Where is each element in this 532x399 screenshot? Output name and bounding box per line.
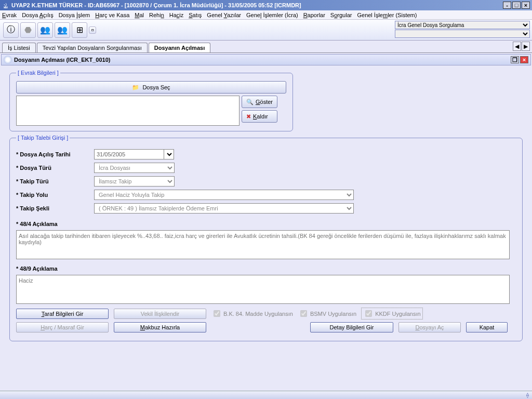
panel-body: [ Evrak Bilgileri ] 📁 Dosya Seç 🔍 Göster…	[2, 66, 530, 390]
takip-legend: [ Takip Talebi Girişi ]	[16, 135, 70, 141]
tab-is-listesi[interactable]: İş Listesi	[2, 43, 36, 52]
menu-rehin[interactable]: Rehin	[149, 12, 164, 18]
maximize-button[interactable]: □	[512, 2, 521, 9]
status-bar: ⟠	[0, 391, 532, 399]
taraf-bilgileri-button[interactable]: Taraf Bilgileri Gir	[16, 309, 109, 319]
dosya-sec-button[interactable]: 📁 Dosya Seç	[16, 81, 286, 94]
title-bar: UYAP2 K.ETHEM TÜRKER - ID:AB65967 - [100…	[0, 0, 532, 10]
toolbar-btn-1[interactable]: ⓘ	[3, 22, 19, 38]
tab-tevzi[interactable]: Tevzi Yapılan Dosyaların Sorgulanması	[37, 43, 148, 52]
menu-sorgular[interactable]: Sorgular	[330, 12, 352, 18]
title-text: UYAP2 K.ETHEM TÜRKER - ID:AB65967 - [100…	[11, 2, 301, 8]
close-button[interactable]: ×	[522, 2, 530, 9]
toolbar-btn-2[interactable]: ⬣	[20, 22, 36, 38]
tab-prev[interactable]: ◀	[513, 42, 521, 51]
toolbar-btn-3[interactable]: 👥	[37, 22, 53, 38]
label-takipturu: * Takip Türü	[16, 178, 94, 184]
dropdown-tarih[interactable]	[164, 149, 174, 159]
textarea-484[interactable]: Asıl alacağa takip tarihinden itibaren i…	[16, 230, 510, 259]
harc-masraf-button[interactable]: Harç / Masraf Gir	[16, 322, 109, 332]
menu-mal[interactable]: Mal	[135, 12, 144, 18]
toolbar-btn-6[interactable]: ▫	[89, 26, 96, 34]
folder-icon: 📁	[132, 84, 139, 91]
dosyayi-ac-button[interactable]: Dosyayı Aç	[398, 322, 461, 332]
menu-haciz[interactable]: Haciz	[169, 12, 184, 18]
java-icon	[2, 2, 9, 9]
makbuz-hazirla-button[interactable]: Makbuz Hazırla	[114, 322, 206, 332]
menu-bar: Evrak Dosya Açılış Dosya İşlem Harç ve K…	[0, 10, 532, 20]
panel-maximize[interactable]: ❐	[511, 56, 519, 63]
check-bsmv[interactable]: BSMV Uygulansın	[298, 309, 356, 318]
vekil-iliskilendir-button[interactable]: Vekil İlişkilendir	[114, 309, 206, 319]
label-dosyaturu: * Dosya Türü	[16, 165, 94, 171]
input-tarih[interactable]	[94, 149, 164, 159]
check-bk84[interactable]: B.K. 84. Madde Uygulansın	[211, 309, 293, 318]
select-dosyaturu[interactable]: İcra Dosyası	[94, 163, 175, 173]
label-484: * 48/4 Açıklama	[16, 221, 94, 227]
select-takipsekli[interactable]: ( ÖRNEK : 49 ) İlamsız Takiplerde Ödeme …	[94, 203, 354, 214]
top-search-combo-1[interactable]: İcra Genel Dosya Sorgulama	[395, 21, 530, 29]
panel-close[interactable]: ×	[520, 56, 528, 63]
evrak-bilgileri-group: [ Evrak Bilgileri ] 📁 Dosya Seç 🔍 Göster…	[9, 70, 293, 131]
detay-bilgileri-button[interactable]: Detay Bilgileri Gir	[310, 322, 393, 332]
check-kkdf[interactable]: KKDF Uygulansın	[362, 308, 422, 319]
tab-next[interactable]: ▶	[522, 42, 530, 51]
panel-title: Dosyanın Açılması (ICR_EKT_0010)	[14, 57, 110, 63]
goster-button[interactable]: 🔍 Göster	[242, 96, 277, 108]
textarea-489[interactable]: Haciz	[16, 275, 510, 304]
tab-dosya-acilmasi[interactable]: Dosyanın Açılması	[149, 43, 210, 52]
remove-icon: ✖	[246, 113, 251, 120]
label-takipyolu: * Takip Yolu	[16, 192, 94, 198]
toolbar-btn-5[interactable]: ⊞	[72, 22, 87, 38]
menu-islemler-icra[interactable]: Genel İşlemler (İcra)	[246, 12, 298, 18]
menu-dosyaacilis[interactable]: Dosya Açılış	[22, 12, 54, 18]
top-search-combo-2[interactable]	[395, 30, 530, 38]
menu-evrak[interactable]: Evrak	[2, 12, 17, 18]
evrak-legend: [ Evrak Bilgileri ]	[16, 70, 60, 76]
panel-header: Dosyanın Açılması (ICR_EKT_0010) ❐ ×	[1, 54, 531, 65]
label-489: * 48/9 Açıklama	[16, 265, 94, 272]
menu-satis[interactable]: Satış	[189, 12, 202, 18]
menu-dosyaislem[interactable]: Dosya İşlem	[59, 12, 90, 18]
label-tarih: * Dosya Açılış Tarihi	[16, 151, 94, 157]
menu-yazilar[interactable]: Genel Yazılar	[207, 12, 241, 18]
dosya-sec-label: Dosya Seç	[142, 84, 170, 90]
label-takipsekli: * Takip Şekli	[16, 205, 94, 211]
panel-icon	[4, 56, 12, 64]
select-takipyolu[interactable]: Genel Haciz Yoluyla Takip	[94, 190, 354, 200]
select-takipturu[interactable]: İlamsız Takip	[94, 176, 175, 187]
menu-harc[interactable]: Harç ve Kasa	[95, 12, 129, 18]
minimize-button[interactable]: -	[503, 2, 511, 9]
tab-row: İş Listesi Tevzi Yapılan Dosyaların Sorg…	[0, 41, 532, 53]
takip-talebi-group: [ Takip Talebi Girişi ] * Dosya Açılış T…	[9, 135, 523, 341]
menu-raporlar[interactable]: Raporlar	[303, 12, 325, 18]
tool-bar: ⓘ ⬣ 👥 👥 ⊞ ▫ İcra Genel Dosya Sorgulama	[0, 20, 532, 41]
kaldir-button[interactable]: ✖ Kaldır	[242, 110, 277, 123]
toolbar-btn-4[interactable]: 👥	[55, 22, 70, 38]
file-list[interactable]	[16, 96, 240, 126]
binoculars-icon: 🔍	[246, 99, 254, 105]
kapat-button[interactable]: Kapat	[466, 322, 508, 332]
resize-grip-icon[interactable]: ⟠	[526, 392, 529, 398]
menu-islemler-sistem[interactable]: Genel İşlemler (Sistem)	[357, 12, 417, 18]
